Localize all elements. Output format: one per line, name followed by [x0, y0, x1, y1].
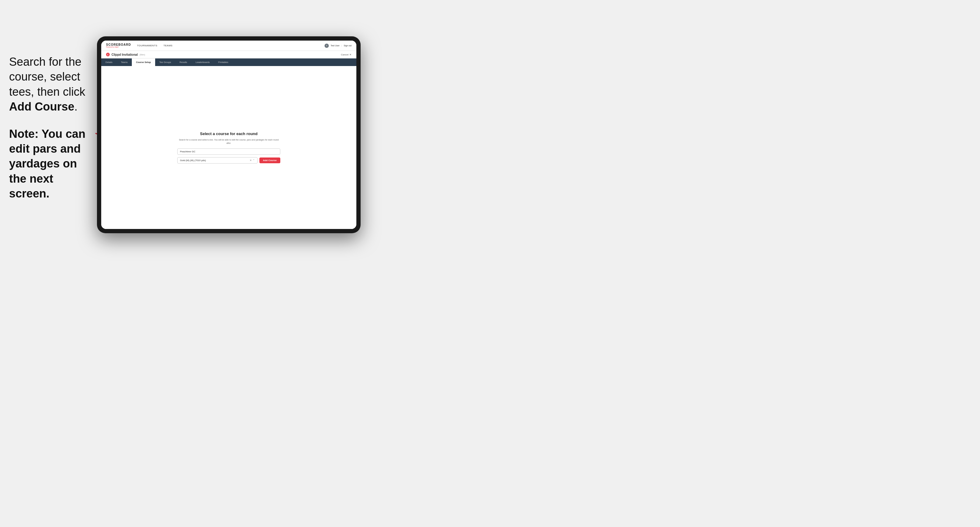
cancel-button[interactable]: Cancel ✕ [341, 53, 352, 56]
logo-subtitle: Powered by clippd [106, 46, 131, 48]
tournament-name: Clippd Invitational [111, 53, 138, 56]
tee-clear-icon[interactable]: ✕ [250, 159, 252, 162]
tournament-title: C Clippd Invitational (Men) [106, 53, 145, 56]
tab-results[interactable]: Results [175, 59, 191, 66]
tab-leaderboards[interactable]: Leaderboards [191, 59, 214, 66]
tee-select-row: Gold (M) (M) (7010 yds) ✕ ⌃ Add Course [177, 157, 280, 163]
annotation-line2: Note: You can edit pars and yardages on … [9, 127, 94, 202]
tee-select-controls: ✕ ⌃ [250, 159, 255, 162]
section-description: Search for a course and select a tee. Yo… [177, 138, 280, 145]
tab-course-setup[interactable]: Course Setup [132, 59, 155, 66]
top-nav-left: SCOREBOARD Powered by clippd TOURNAMENTS… [106, 43, 172, 48]
nav-teams[interactable]: TEAMS [163, 44, 172, 47]
tee-select-value: Gold (M) (M) (7010 yds) [180, 159, 250, 162]
top-nav-right: T Test User | Sign out [325, 44, 352, 48]
main-content: Select a course for each round Search fo… [101, 66, 356, 229]
tab-details[interactable]: Details [101, 59, 117, 66]
signout-link[interactable]: Sign out [344, 44, 352, 47]
annotation-bold1: Add Course [9, 100, 74, 113]
annotation-bold2: Note: You can edit pars and yardages on … [9, 127, 86, 200]
nav-tournaments[interactable]: TOURNAMENTS [137, 44, 157, 47]
cancel-icon: ✕ [349, 53, 352, 56]
section-title: Select a course for each round [200, 132, 258, 136]
tee-chevron-icon[interactable]: ⌃ [253, 159, 255, 162]
tabs-bar: Details Teams Course Setup Tee Groups Re… [101, 59, 356, 66]
annotation-line1: Search for the course, select tees, then… [9, 54, 94, 114]
user-avatar: T [325, 44, 329, 48]
annotation-area: Search for the course, select tees, then… [9, 54, 94, 214]
tournament-header: C Clippd Invitational (Men) Cancel ✕ [101, 51, 356, 59]
tablet: SCOREBOARD Powered by clippd TOURNAMENTS… [97, 37, 361, 233]
cancel-label: Cancel [341, 53, 348, 56]
top-nav: SCOREBOARD Powered by clippd TOURNAMENTS… [101, 41, 356, 51]
tee-select[interactable]: Gold (M) (M) (7010 yds) ✕ ⌃ [177, 157, 258, 163]
user-label: Test User [331, 44, 340, 47]
course-section: Select a course for each round Search fo… [177, 132, 280, 163]
tab-tee-groups[interactable]: Tee Groups [155, 59, 175, 66]
tournament-icon: C [106, 53, 110, 56]
add-course-button[interactable]: Add Course [259, 157, 280, 163]
logo-area: SCOREBOARD Powered by clippd [106, 43, 131, 48]
tab-printables[interactable]: Printables [214, 59, 232, 66]
tournament-badge: (Men) [140, 54, 145, 56]
course-search-input[interactable] [177, 148, 280, 155]
tab-teams[interactable]: Teams [117, 59, 132, 66]
tablet-screen: SCOREBOARD Powered by clippd TOURNAMENTS… [101, 41, 356, 229]
separator: | [341, 44, 342, 47]
